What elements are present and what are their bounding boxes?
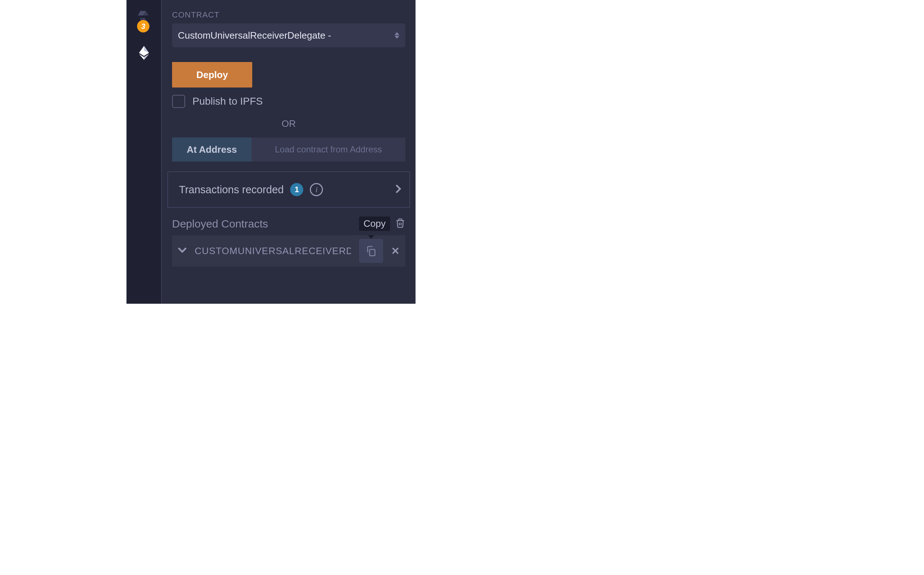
close-icon[interactable]: ✕ [391,245,399,257]
info-icon[interactable]: i [310,183,323,196]
deploy-tab[interactable] [127,37,161,69]
contract-selected-text: CustomUniversalReceiverDelegate - [178,30,331,41]
deployed-contracts-header: Deployed Contracts Copy [172,217,405,231]
address-input[interactable] [252,137,405,162]
copy-button[interactable] [359,239,383,263]
deployed-contract-item: CUSTOMUNIVERSALRECEIVERDEL ✕ [172,235,405,267]
deployed-contract-name: CUSTOMUNIVERSALRECEIVERDEL [195,245,351,257]
publish-ipfs-label: Publish to IPFS [192,95,263,107]
select-chevron-icon [395,32,399,39]
copy-icon [365,245,377,257]
ethereum-icon [136,45,152,60]
notification-badge: 3 [137,20,149,32]
contract-label: CONTRACT [172,10,405,20]
publish-ipfs-checkbox[interactable] [172,95,185,108]
transactions-label: Transactions recorded [179,184,284,196]
transactions-count-badge: 1 [290,183,303,196]
svg-marker-8 [395,36,399,39]
contract-select[interactable]: CustomUniversalReceiverDelegate - [172,23,405,48]
publish-ipfs-row: Publish to IPFS [172,95,405,108]
transactions-recorded-row[interactable]: Transactions recorded 1 i [167,172,410,208]
deploy-button[interactable]: Deploy [172,62,252,87]
svg-marker-7 [395,32,399,35]
deploy-panel: 3 CONTRACT CustomUniversalReceiverDelega… [127,0,415,304]
at-address-button[interactable]: At Address [172,137,252,162]
icon-rail: 3 [127,0,162,304]
at-address-row: At Address [172,137,405,162]
copy-tooltip: Copy [359,217,390,231]
or-divider: OR [172,118,405,129]
solidity-tab[interactable]: 3 [127,0,161,37]
trash-icon[interactable] [395,218,405,230]
main-panel: CONTRACT CustomUniversalReceiverDelegate… [162,0,415,304]
chevron-down-icon[interactable] [178,247,187,254]
deployed-contracts-title: Deployed Contracts [172,218,268,230]
chevron-right-icon [395,184,401,195]
svg-rect-9 [369,249,375,256]
